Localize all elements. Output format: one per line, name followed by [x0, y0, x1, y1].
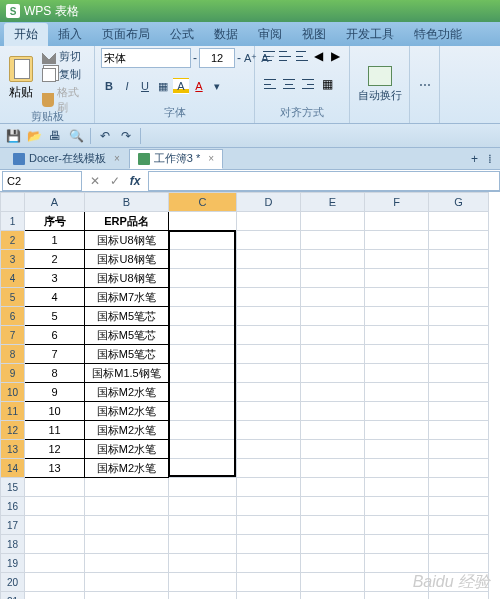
cell-C7[interactable] [169, 326, 237, 345]
cell-C11[interactable] [169, 402, 237, 421]
close-tab-icon[interactable]: × [208, 153, 214, 164]
cell-B8[interactable]: 国标M5笔芯 [85, 345, 169, 364]
cell-G3[interactable] [429, 250, 489, 269]
cell-D17[interactable] [237, 516, 301, 535]
row-header-10[interactable]: 10 [1, 383, 25, 402]
tabs-menu-button[interactable]: ⁞ [484, 152, 496, 166]
cell-F20[interactable] [365, 573, 429, 592]
align-bottom-button[interactable] [294, 48, 310, 64]
cell-E9[interactable] [301, 364, 365, 383]
tab-start[interactable]: 开始 [4, 23, 48, 46]
cell-A12[interactable]: 11 [25, 421, 85, 440]
cell-G1[interactable] [429, 212, 489, 231]
tab-insert[interactable]: 插入 [48, 23, 92, 46]
cell-B18[interactable] [85, 535, 169, 554]
cell-B7[interactable]: 国标M5笔芯 [85, 326, 169, 345]
cell-E4[interactable] [301, 269, 365, 288]
cell-C18[interactable] [169, 535, 237, 554]
cell-B13[interactable]: 国标M2水笔 [85, 440, 169, 459]
tab-page-layout[interactable]: 页面布局 [92, 23, 160, 46]
cell-F11[interactable] [365, 402, 429, 421]
row-header-7[interactable]: 7 [1, 326, 25, 345]
cell-B9[interactable]: 国标M1.5钢笔 [85, 364, 169, 383]
row-header-8[interactable]: 8 [1, 345, 25, 364]
cell-G5[interactable] [429, 288, 489, 307]
cell-E7[interactable] [301, 326, 365, 345]
cell-E10[interactable] [301, 383, 365, 402]
cell-A7[interactable]: 6 [25, 326, 85, 345]
doc-tab-docer[interactable]: Docer-在线模板 × [4, 149, 129, 169]
column-header-F[interactable]: F [365, 193, 429, 212]
cell-F14[interactable] [365, 459, 429, 478]
cell-C21[interactable] [169, 592, 237, 600]
cell-A9[interactable]: 8 [25, 364, 85, 383]
cell-A20[interactable] [25, 573, 85, 592]
cell-B16[interactable] [85, 497, 169, 516]
cell-D14[interactable] [237, 459, 301, 478]
cell-C5[interactable] [169, 288, 237, 307]
cell-D1[interactable] [237, 212, 301, 231]
cell-B10[interactable]: 国标M2水笔 [85, 383, 169, 402]
cell-B1[interactable]: ERP品名 [85, 212, 169, 231]
cell-B20[interactable] [85, 573, 169, 592]
cut-button[interactable]: 剪切 [40, 48, 88, 65]
cell-F3[interactable] [365, 250, 429, 269]
row-header-19[interactable]: 19 [1, 554, 25, 573]
cell-G9[interactable] [429, 364, 489, 383]
cell-F2[interactable] [365, 231, 429, 250]
cell-A18[interactable] [25, 535, 85, 554]
italic-button[interactable]: I [119, 78, 135, 94]
formula-bar[interactable] [148, 171, 500, 191]
cell-C4[interactable] [169, 269, 237, 288]
spreadsheet-grid[interactable]: ABCDEFG1序号ERP品名21国标U8钢笔32国标U8钢笔43国标U8钢笔5… [0, 192, 489, 599]
indent-decrease-button[interactable]: ◀ [311, 48, 327, 64]
cell-F18[interactable] [365, 535, 429, 554]
row-header-18[interactable]: 18 [1, 535, 25, 554]
cell-E2[interactable] [301, 231, 365, 250]
tab-review[interactable]: 审阅 [248, 23, 292, 46]
cell-C20[interactable] [169, 573, 237, 592]
cell-E19[interactable] [301, 554, 365, 573]
cell-A8[interactable]: 7 [25, 345, 85, 364]
cell-G16[interactable] [429, 497, 489, 516]
more-button[interactable]: ⋯ [419, 78, 431, 92]
name-box[interactable]: C2 [2, 171, 82, 191]
cell-B15[interactable] [85, 478, 169, 497]
cell-A5[interactable]: 4 [25, 288, 85, 307]
align-center-button[interactable] [280, 76, 298, 92]
cell-A2[interactable]: 1 [25, 231, 85, 250]
row-header-9[interactable]: 9 [1, 364, 25, 383]
qat-save-button[interactable]: 💾 [4, 127, 22, 145]
bold-button[interactable]: B [101, 78, 117, 94]
cell-G17[interactable] [429, 516, 489, 535]
row-header-4[interactable]: 4 [1, 269, 25, 288]
cell-A15[interactable] [25, 478, 85, 497]
cell-B19[interactable] [85, 554, 169, 573]
cell-B17[interactable] [85, 516, 169, 535]
cell-C9[interactable] [169, 364, 237, 383]
cell-F17[interactable] [365, 516, 429, 535]
border-button[interactable]: ▦ [155, 78, 171, 94]
cell-E3[interactable] [301, 250, 365, 269]
cell-G14[interactable] [429, 459, 489, 478]
cell-F8[interactable] [365, 345, 429, 364]
cell-F9[interactable] [365, 364, 429, 383]
cell-A21[interactable] [25, 592, 85, 600]
cell-B6[interactable]: 国标M5笔芯 [85, 307, 169, 326]
cell-G10[interactable] [429, 383, 489, 402]
cell-B5[interactable]: 国标M7水笔 [85, 288, 169, 307]
row-header-2[interactable]: 2 [1, 231, 25, 250]
cell-E8[interactable] [301, 345, 365, 364]
row-header-11[interactable]: 11 [1, 402, 25, 421]
cell-A10[interactable]: 9 [25, 383, 85, 402]
close-tab-icon[interactable]: × [114, 153, 120, 164]
cell-F6[interactable] [365, 307, 429, 326]
cell-B4[interactable]: 国标U8钢笔 [85, 269, 169, 288]
indent-increase-button[interactable]: ▶ [327, 48, 343, 64]
cell-A4[interactable]: 3 [25, 269, 85, 288]
underline-button[interactable]: U [137, 78, 153, 94]
cell-F12[interactable] [365, 421, 429, 440]
cell-B11[interactable]: 国标M2水笔 [85, 402, 169, 421]
tab-formula[interactable]: 公式 [160, 23, 204, 46]
cell-C2[interactable] [169, 231, 237, 250]
